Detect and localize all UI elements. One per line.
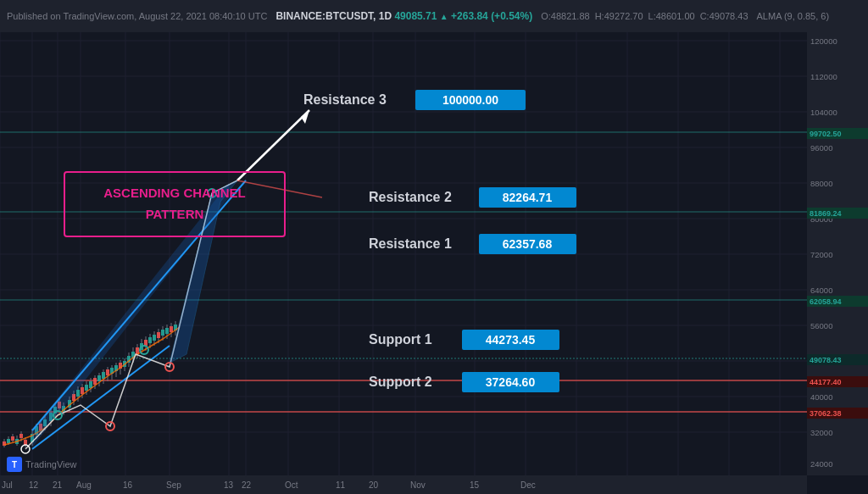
svg-text:16: 16	[123, 480, 133, 490]
svg-text:12: 12	[29, 480, 39, 490]
ohlc-display: O:48821.88 H:49272.70 L:48601.00 C:49078…	[541, 11, 748, 21]
svg-rect-79	[93, 378, 97, 385]
svg-text:T: T	[12, 460, 17, 469]
svg-rect-115	[170, 326, 173, 332]
svg-rect-105	[148, 337, 152, 343]
price-axis: 120000 112000 104000 96000 88000 80000 7…	[807, 32, 868, 475]
svg-text:99702.50: 99702.50	[810, 130, 842, 138]
svg-text:49078.43: 49078.43	[810, 356, 842, 364]
svg-rect-41	[7, 439, 10, 443]
svg-text:32000: 32000	[810, 428, 832, 437]
svg-text:96000: 96000	[810, 143, 832, 153]
svg-rect-49	[24, 440, 27, 445]
svg-text:62058.94: 62058.94	[810, 297, 842, 306]
svg-rect-109	[157, 332, 160, 338]
svg-text:81869.24: 81869.24	[810, 209, 842, 218]
chart-header: Published on TradingView.com, August 22,…	[0, 0, 868, 32]
svg-rect-47	[19, 434, 23, 438]
svg-text:62357.68: 62357.68	[503, 237, 553, 251]
svg-text:72000: 72000	[810, 250, 832, 259]
svg-text:Support 2: Support 2	[369, 375, 432, 389]
indicator-label: ALMA (9, 0.85, 6)	[757, 11, 830, 21]
svg-text:13: 13	[224, 480, 234, 490]
chart-area: Resistance 3 100000.00 Resistance 2 8226…	[0, 32, 807, 475]
svg-rect-175	[0, 475, 807, 494]
svg-rect-75	[85, 385, 88, 391]
svg-text:64000: 64000	[810, 286, 832, 295]
svg-text:22: 22	[242, 480, 252, 490]
svg-text:Sep: Sep	[166, 480, 181, 490]
svg-text:Support 1: Support 1	[369, 332, 432, 347]
svg-text:44273.45: 44273.45	[486, 333, 536, 347]
svg-text:21: 21	[53, 480, 63, 490]
published-info: Published on TradingView.com, August 22,…	[7, 11, 267, 21]
svg-rect-103	[144, 340, 147, 346]
tv-label: TradingView	[25, 459, 77, 469]
svg-rect-43	[11, 436, 14, 441]
svg-text:ASCENDING CHANNEL: ASCENDING CHANNEL	[103, 186, 246, 200]
svg-rect-85	[106, 369, 109, 375]
svg-text:88000: 88000	[810, 179, 832, 188]
svg-rect-81	[97, 375, 101, 381]
svg-text:Aug: Aug	[76, 480, 92, 490]
chart-svg: Resistance 3 100000.00 Resistance 2 8226…	[0, 32, 807, 475]
svg-text:24000: 24000	[810, 459, 832, 469]
svg-text:56000: 56000	[810, 321, 832, 330]
svg-text:PATTERN: PATTERN	[146, 207, 204, 221]
svg-text:Dec: Dec	[520, 480, 536, 490]
tradingview-logo: T TradingView	[7, 457, 77, 472]
svg-text:11: 11	[336, 480, 346, 490]
svg-rect-73	[81, 387, 84, 394]
svg-text:Oct: Oct	[285, 480, 298, 490]
svg-text:44177.40: 44177.40	[810, 378, 842, 386]
svg-text:Nov: Nov	[410, 480, 426, 490]
svg-text:104000: 104000	[810, 108, 837, 117]
time-axis: Jul 12 21 Aug 16 Sep 13 22 Oct 11 20 Nov…	[0, 475, 807, 494]
symbol: BINANCE:BTCUSDT, 1D 49085.71 ▲ +263.84 (…	[275, 10, 532, 22]
svg-rect-113	[165, 328, 169, 334]
svg-rect-71	[76, 390, 80, 397]
svg-text:Resistance 3: Resistance 3	[303, 92, 387, 107]
svg-rect-111	[161, 330, 164, 336]
svg-text:120000: 120000	[810, 36, 837, 46]
svg-text:100000.00: 100000.00	[442, 93, 498, 107]
svg-text:37062.38: 37062.38	[810, 409, 842, 418]
svg-text:82264.71: 82264.71	[503, 191, 553, 204]
svg-text:40000: 40000	[810, 392, 832, 402]
svg-text:Resistance 2: Resistance 2	[369, 190, 452, 204]
svg-text:20: 20	[369, 480, 379, 490]
chart-container: Published on TradingView.com, August 22,…	[0, 0, 868, 494]
svg-text:15: 15	[470, 480, 480, 490]
svg-text:112000: 112000	[810, 72, 837, 81]
svg-text:Jul: Jul	[2, 480, 13, 490]
svg-rect-107	[153, 335, 156, 341]
svg-text:Resistance 1: Resistance 1	[369, 236, 452, 251]
svg-text:37264.60: 37264.60	[486, 375, 536, 389]
